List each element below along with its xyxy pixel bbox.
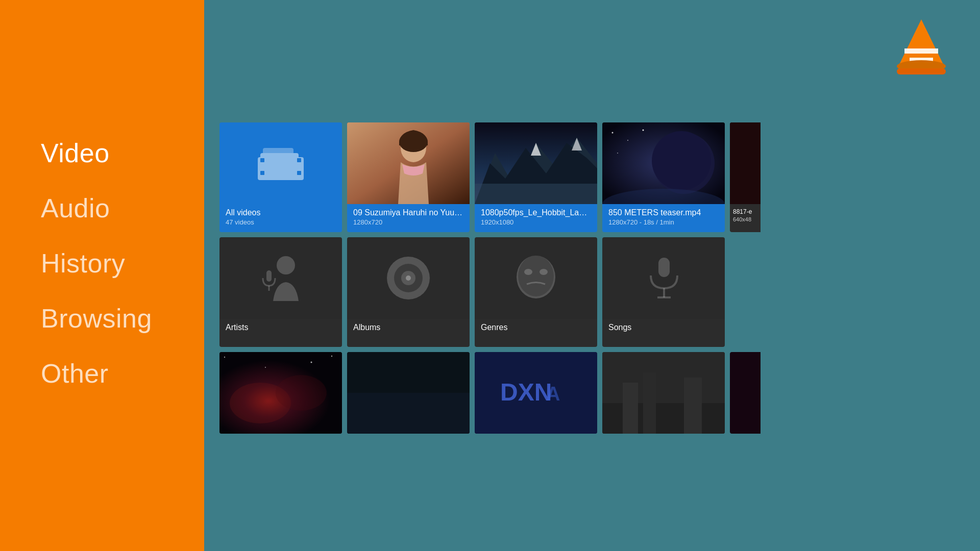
card-genres[interactable]: Genres (475, 237, 597, 347)
svg-point-30 (617, 153, 618, 154)
card-vid-blue-text[interactable]: DXN A (475, 352, 597, 434)
card-thumb-suzumiya (347, 122, 470, 204)
card-title-hobbit: 1080p50fps_Le_Hobbit_La_d... (481, 208, 591, 217)
sidebar-item-video[interactable]: Video (41, 138, 163, 168)
svg-rect-13 (297, 171, 301, 175)
sidebar-item-other[interactable]: Other (41, 358, 163, 389)
svg-point-29 (643, 130, 644, 131)
card-sub-8817: 640x48 (733, 216, 757, 222)
card-thumb-artists (219, 237, 342, 319)
card-info-artists: Artists (219, 319, 342, 347)
svg-point-28 (627, 140, 628, 141)
svg-text:DXN: DXN (500, 379, 552, 406)
card-thumb-gray (602, 352, 725, 434)
svg-rect-45 (658, 258, 670, 277)
card-info-suzumiya: 09 Suzumiya Haruhi no Yuuut... 1280x720 (347, 204, 470, 232)
card-thumb-songs (602, 237, 725, 319)
card-all-videos[interactable]: All videos 47 videos (219, 122, 342, 232)
svg-rect-23 (475, 184, 597, 204)
card-artists[interactable]: Artists (219, 237, 342, 347)
card-thumb-hobbit (475, 122, 597, 204)
svg-point-54 (276, 375, 327, 411)
svg-rect-56 (347, 393, 470, 434)
sidebar-item-history[interactable]: History (41, 248, 163, 279)
svg-point-43 (524, 269, 532, 275)
svg-rect-35 (266, 270, 272, 282)
svg-rect-61 (602, 403, 725, 434)
svg-rect-62 (623, 383, 638, 434)
card-title-all-videos: All videos (226, 208, 336, 217)
card-850m[interactable]: 850 METERS teaser.mp4 1280x720 - 18s / 1… (602, 122, 725, 232)
svg-point-52 (265, 367, 266, 368)
svg-rect-63 (643, 372, 656, 434)
svg-rect-33 (730, 122, 761, 204)
video-grid: All videos 47 videos (219, 122, 980, 434)
card-thumb-albums (347, 237, 470, 319)
card-songs[interactable]: Songs (602, 237, 725, 347)
main-content: All videos 47 videos (204, 0, 980, 551)
vlc-logo (893, 15, 949, 77)
svg-text:A: A (546, 383, 560, 405)
grid-row-2: Artists Albums (219, 237, 980, 347)
card-vid-dark[interactable] (347, 352, 470, 434)
grid-row-1: All videos 47 videos (219, 122, 980, 232)
svg-rect-64 (684, 378, 702, 434)
card-hobbit[interactable]: 1080p50fps_Le_Hobbit_La_d... 980x551 (475, 122, 597, 232)
svg-point-50 (311, 362, 312, 363)
card-sub-hobbit: 980x551 (481, 218, 591, 226)
card-info-hobbit: 1080p50fps_Le_Hobbit_La_d... 980x551 (475, 204, 597, 232)
card-thumb-all-videos (219, 122, 342, 204)
card-suzumiya[interactable]: 09 Suzumiya Haruhi no Yuuut... 1280x720 (347, 122, 470, 232)
svg-rect-9 (258, 157, 304, 180)
card-thumb-850m (602, 122, 725, 204)
svg-point-26 (652, 131, 711, 190)
sidebar-item-audio[interactable]: Audio (41, 193, 163, 223)
card-thumb-blue-text: DXN A (475, 352, 597, 434)
card-info-albums: Albums (347, 319, 470, 347)
card-sub-850m: 1280x720 - 18s / 1min (608, 218, 719, 226)
svg-rect-10 (260, 158, 264, 162)
card-sub-suzumiya: 1280x720 (353, 218, 463, 226)
card-albums[interactable]: Albums (347, 237, 470, 347)
sidebar-item-browsing[interactable]: Browsing (41, 303, 163, 334)
svg-point-40 (406, 276, 411, 281)
card-title-850m: 850 METERS teaser.mp4 (608, 208, 719, 217)
card-title-genres: Genres (481, 323, 591, 332)
card-thumb-8817 (730, 122, 761, 204)
card-info-songs: Songs (602, 319, 725, 347)
svg-point-27 (612, 132, 614, 134)
card-info-genres: Genres (475, 319, 597, 347)
card-title-8817: 8817-e (733, 208, 757, 215)
card-sub-all-videos: 47 videos (226, 218, 336, 226)
svg-point-51 (331, 356, 332, 357)
grid-row-3: DXN A (219, 352, 980, 434)
card-vid-gray[interactable] (602, 352, 725, 434)
card-info-850m: 850 METERS teaser.mp4 1280x720 - 18s / 1… (602, 204, 725, 232)
svg-point-44 (540, 269, 548, 275)
card-thumb-dark (347, 352, 470, 434)
card-vid-partial2[interactable] (730, 352, 761, 434)
svg-rect-6 (897, 68, 946, 74)
card-title-artists: Artists (226, 323, 336, 332)
card-title-songs: Songs (608, 323, 719, 332)
svg-rect-12 (297, 158, 301, 162)
card-8817-partial[interactable]: 8817-e 640x48 (730, 122, 761, 232)
card-thumb-genres (475, 237, 597, 319)
svg-point-42 (518, 256, 554, 296)
svg-point-49 (224, 357, 225, 358)
card-thumb-space (219, 352, 342, 434)
svg-point-34 (277, 256, 295, 274)
sidebar: Video Audio History Browsing Other (0, 0, 204, 551)
card-title-suzumiya: 09 Suzumiya Haruhi no Yuuut... (353, 208, 463, 217)
card-title-albums: Albums (353, 323, 463, 332)
card-info-8817: 8817-e 640x48 (730, 204, 761, 232)
svg-rect-11 (260, 171, 264, 175)
card-vid-space[interactable] (219, 352, 342, 434)
card-info-all-videos: All videos 47 videos (219, 204, 342, 232)
